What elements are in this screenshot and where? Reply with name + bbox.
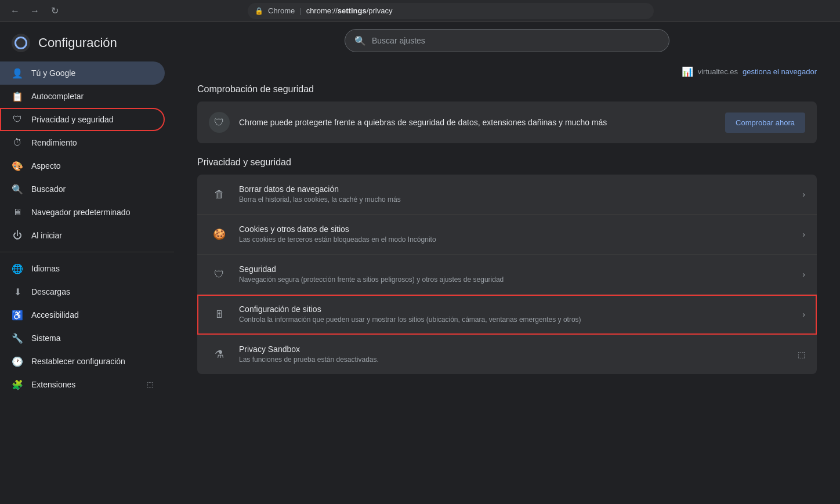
settings-item-borrar-datos[interactable]: 🗑Borrar datos de navegaciónBorra el hist… bbox=[197, 175, 817, 215]
sidebar-items: 👤Tú y Google📋Autocompletar🛡Privacidad y … bbox=[0, 61, 174, 396]
search-input[interactable] bbox=[372, 36, 660, 45]
settings-item-title-privacy-sandbox: Privacy Sandbox bbox=[239, 345, 788, 354]
nav-buttons: ← → ↻ bbox=[7, 3, 63, 19]
forward-button[interactable]: → bbox=[27, 3, 43, 19]
sidebar-item-label-al-iniciar: Al iniciar bbox=[31, 231, 153, 240]
manager-link[interactable]: gestiona el navegador bbox=[743, 67, 817, 76]
settings-item-content-cookies: Cookies y otros datos de sitiosLas cooki… bbox=[239, 224, 793, 245]
settings-item-content-configuracion-sitios: Configuración de sitiosControla la infor… bbox=[239, 304, 793, 325]
sidebar-item-label-restablecer: Restablecer configuración bbox=[31, 357, 153, 366]
sidebar-item-al-iniciar[interactable]: ⏻Al iniciar bbox=[0, 224, 165, 247]
search-area: 🔍 bbox=[197, 22, 817, 61]
settings-item-icon-privacy-sandbox: ⚗ bbox=[209, 344, 230, 365]
address-separator: | bbox=[299, 6, 301, 15]
sidebar-divider bbox=[0, 252, 174, 252]
sidebar-item-extensiones[interactable]: 🧩Extensiones⬚ bbox=[0, 373, 165, 396]
manager-banner: 📊 virtualtec.es gestiona el navegador bbox=[197, 61, 817, 84]
settings-item-title-borrar-datos: Borrar datos de navegación bbox=[239, 184, 793, 194]
sidebar-item-external-icon-extensiones: ⬚ bbox=[147, 380, 153, 389]
sidebar-item-icon-aspecto: 🎨 bbox=[12, 160, 23, 172]
sidebar-item-label-extensiones: Extensiones bbox=[31, 380, 139, 389]
settings-item-icon-borrar-datos: 🗑 bbox=[209, 184, 230, 205]
sidebar-item-label-descargas: Descargas bbox=[31, 287, 153, 296]
search-icon: 🔍 bbox=[354, 35, 366, 46]
settings-item-subtitle-cookies: Las cookies de terceros están bloqueadas… bbox=[239, 235, 793, 245]
sidebar-item-privacidad-seguridad[interactable]: 🛡Privacidad y seguridad bbox=[0, 108, 165, 131]
manager-icon: 📊 bbox=[682, 66, 693, 77]
sidebar-item-aspecto[interactable]: 🎨Aspecto bbox=[0, 154, 165, 177]
sidebar-item-icon-privacidad-seguridad: 🛡 bbox=[12, 114, 23, 125]
sidebar-item-icon-buscador: 🔍 bbox=[12, 183, 23, 195]
sidebar-item-icon-tu-y-google: 👤 bbox=[12, 67, 23, 79]
sidebar-item-icon-al-iniciar: ⏻ bbox=[12, 230, 23, 241]
settings-item-external-privacy-sandbox: ⬚ bbox=[798, 350, 805, 359]
settings-item-seguridad[interactable]: 🛡SeguridadNavegación segura (protección … bbox=[197, 255, 817, 295]
settings-container: Configuración 👤Tú y Google📋Autocompletar… bbox=[0, 22, 840, 504]
sidebar-item-tu-y-google[interactable]: 👤Tú y Google bbox=[0, 61, 165, 85]
security-check-text: Chrome puede protegerte frente a quiebra… bbox=[239, 118, 607, 127]
security-check-text-container: Chrome puede protegerte frente a quiebra… bbox=[239, 117, 716, 129]
settings-item-content-seguridad: SeguridadNavegación segura (protección f… bbox=[239, 264, 793, 285]
main-content: 🔍 📊 virtualtec.es gestiona el navegador … bbox=[174, 22, 840, 504]
sidebar: Configuración 👤Tú y Google📋Autocompletar… bbox=[0, 22, 174, 504]
sidebar-item-descargas[interactable]: ⬇Descargas bbox=[0, 280, 165, 303]
sidebar-title: Configuración bbox=[38, 35, 117, 50]
settings-item-content-borrar-datos: Borrar datos de navegaciónBorra el histo… bbox=[239, 184, 793, 205]
sidebar-item-label-aspecto: Aspecto bbox=[31, 161, 153, 171]
settings-item-subtitle-borrar-datos: Borra el historial, las cookies, la cach… bbox=[239, 195, 793, 205]
sidebar-item-label-rendimiento: Rendimiento bbox=[31, 138, 153, 147]
sidebar-item-icon-autocompletar: 📋 bbox=[12, 90, 23, 102]
sidebar-item-label-sistema: Sistema bbox=[31, 333, 153, 343]
security-check-card: 🛡 Chrome puede protegerte frente a quieb… bbox=[197, 101, 817, 143]
settings-item-icon-configuracion-sitios: 🎚 bbox=[209, 304, 230, 325]
settings-item-title-cookies: Cookies y otros datos de sitios bbox=[239, 224, 793, 234]
settings-item-icon-seguridad: 🛡 bbox=[209, 264, 230, 285]
settings-item-privacy-sandbox[interactable]: ⚗Privacy SandboxLas funciones de prueba … bbox=[197, 335, 817, 374]
settings-item-arrow-borrar-datos: › bbox=[802, 190, 805, 199]
sidebar-item-label-navegador-predeterminado: Navegador predeterminado bbox=[31, 208, 153, 217]
chrome-logo bbox=[12, 34, 30, 52]
privacy-section-title: Privacidad y seguridad bbox=[197, 157, 817, 168]
sidebar-item-icon-idiomas: 🌐 bbox=[12, 263, 23, 274]
manager-text: virtualtec.es bbox=[698, 67, 738, 76]
address-url-bold: settings bbox=[338, 6, 367, 15]
sidebar-item-icon-rendimiento: ⏱ bbox=[12, 137, 23, 148]
security-check-section-title: Comprobación de seguridad bbox=[197, 84, 817, 95]
settings-item-subtitle-seguridad: Navegación segura (protección frente a s… bbox=[239, 275, 793, 285]
address-url: chrome://settings/privacy bbox=[306, 6, 393, 15]
address-url-suffix: /privacy bbox=[367, 6, 393, 15]
sidebar-header: Configuración bbox=[0, 27, 174, 61]
lock-icon: 🔒 bbox=[255, 7, 263, 15]
sidebar-item-autocompletar[interactable]: 📋Autocompletar bbox=[0, 85, 165, 108]
check-now-button[interactable]: Comprobar ahora bbox=[725, 113, 805, 133]
settings-item-cookies[interactable]: 🍪Cookies y otros datos de sitiosLas cook… bbox=[197, 215, 817, 255]
settings-item-title-seguridad: Seguridad bbox=[239, 264, 793, 274]
chrome-logo-inner bbox=[15, 37, 27, 49]
sidebar-item-label-accesibilidad: Accesibilidad bbox=[31, 310, 153, 320]
sidebar-item-icon-accesibilidad: ♿ bbox=[12, 309, 23, 321]
reload-button[interactable]: ↻ bbox=[46, 3, 63, 19]
search-bar-container[interactable]: 🔍 bbox=[345, 29, 669, 52]
sidebar-item-accesibilidad[interactable]: ♿Accesibilidad bbox=[0, 303, 165, 327]
sidebar-item-sistema[interactable]: 🔧Sistema bbox=[0, 327, 165, 350]
settings-item-title-configuracion-sitios: Configuración de sitios bbox=[239, 304, 793, 314]
sidebar-item-icon-sistema: 🔧 bbox=[12, 332, 23, 344]
address-url-prefix: chrome:// bbox=[306, 6, 338, 15]
sidebar-item-icon-restablecer: 🕐 bbox=[12, 356, 23, 367]
sidebar-item-buscador[interactable]: 🔍Buscador bbox=[0, 177, 165, 201]
sidebar-item-idiomas[interactable]: 🌐Idiomas bbox=[0, 257, 165, 280]
privacy-settings-list: 🗑Borrar datos de navegaciónBorra el hist… bbox=[197, 175, 817, 374]
sidebar-item-navegador-predeterminado[interactable]: 🖥Navegador predeterminado bbox=[0, 201, 165, 224]
settings-item-subtitle-configuracion-sitios: Controla la información que pueden usar … bbox=[239, 315, 793, 325]
sidebar-item-label-autocompletar: Autocompletar bbox=[31, 92, 153, 101]
sidebar-item-restablecer[interactable]: 🕐Restablecer configuración bbox=[0, 350, 165, 373]
back-button[interactable]: ← bbox=[7, 3, 23, 19]
address-bar[interactable]: 🔒 Chrome | chrome://settings/privacy bbox=[248, 3, 654, 19]
settings-item-configuracion-sitios[interactable]: 🎚Configuración de sitiosControla la info… bbox=[197, 295, 817, 335]
sidebar-item-rendimiento[interactable]: ⏱Rendimiento bbox=[0, 131, 165, 154]
sidebar-item-label-buscador: Buscador bbox=[31, 184, 153, 194]
sidebar-item-icon-descargas: ⬇ bbox=[12, 286, 23, 298]
settings-item-arrow-cookies: › bbox=[802, 230, 805, 239]
sidebar-item-icon-navegador-predeterminado: 🖥 bbox=[12, 206, 23, 218]
address-site-label: Chrome bbox=[268, 6, 295, 15]
